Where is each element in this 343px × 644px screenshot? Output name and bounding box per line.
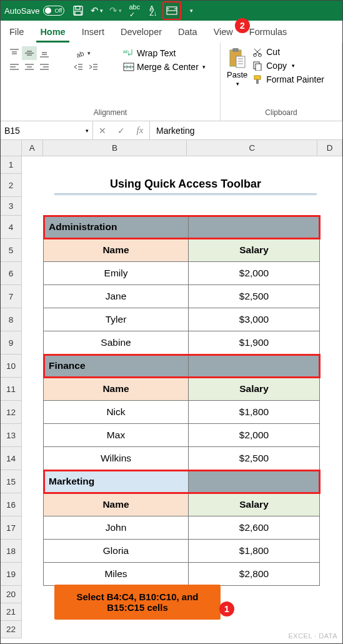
- cell[interactable]: $3,000: [189, 308, 320, 331]
- cell[interactable]: $2,000: [189, 262, 320, 285]
- increase-indent-icon[interactable]: [86, 60, 101, 74]
- row-header[interactable]: 7: [1, 285, 22, 308]
- format-painter-button[interactable]: Format Painter: [251, 74, 326, 85]
- row-header[interactable]: 16: [1, 493, 22, 516]
- cell[interactable]: Gloria: [44, 540, 189, 563]
- fx-icon[interactable]: fx: [131, 125, 149, 136]
- select-all-corner[interactable]: [1, 140, 22, 156]
- col-header-c[interactable]: C: [187, 140, 317, 156]
- cell[interactable]: [189, 470, 320, 493]
- row-header[interactable]: 2: [1, 174, 22, 197]
- cell[interactable]: $1,800: [189, 540, 320, 563]
- merge-across-icon[interactable]: [163, 2, 181, 19]
- col-header-a[interactable]: A: [22, 140, 43, 156]
- row-header[interactable]: 18: [1, 540, 22, 563]
- cell[interactable]: $2,600: [189, 516, 320, 540]
- name-box-dropdown-icon[interactable]: ▾: [84, 128, 89, 134]
- redo-icon[interactable]: ↷▾: [107, 2, 124, 19]
- tab-home[interactable]: Home: [36, 24, 69, 43]
- paste-button[interactable]: Paste▾: [226, 46, 249, 88]
- tab-formulas[interactable]: Formulas: [246, 24, 291, 43]
- cell[interactable]: [189, 216, 320, 239]
- row-header[interactable]: 22: [1, 621, 22, 638]
- cell[interactable]: $2,500: [189, 285, 320, 308]
- row-header[interactable]: 3: [1, 197, 22, 216]
- sort-icon[interactable]: AZ↓: [144, 2, 162, 19]
- row-header[interactable]: 21: [1, 603, 22, 621]
- row-header[interactable]: 5: [1, 239, 22, 262]
- cell[interactable]: $2,800: [189, 563, 320, 586]
- col-name[interactable]: Name: [44, 378, 189, 401]
- row-header[interactable]: 20: [1, 586, 22, 603]
- col-name[interactable]: Name: [44, 493, 189, 516]
- cell[interactable]: Emily: [44, 262, 189, 285]
- align-left-icon[interactable]: [7, 60, 22, 74]
- decrease-indent-icon[interactable]: [71, 60, 86, 74]
- align-center-icon[interactable]: [22, 60, 37, 74]
- section-header[interactable]: Administration: [44, 216, 189, 239]
- align-middle-icon[interactable]: [22, 46, 37, 60]
- cell[interactable]: Miles: [44, 563, 189, 586]
- row-header[interactable]: 17: [1, 516, 22, 540]
- align-top-icon[interactable]: [7, 46, 22, 60]
- row-header[interactable]: 9: [1, 331, 22, 355]
- col-salary[interactable]: Salary: [189, 239, 320, 262]
- wrap-text-button[interactable]: ab Wrap Text: [119, 46, 209, 60]
- section-header[interactable]: Finance: [44, 355, 189, 378]
- ribbon-tabs: File Home Insert Developer Data View For…: [1, 21, 342, 43]
- callout-badge-1: 1: [219, 601, 234, 616]
- autosave-toggle[interactable]: AutoSave Off: [4, 6, 64, 16]
- cell[interactable]: [189, 355, 320, 378]
- cell-area[interactable]: Using Quick Access Toolbar Administratio…: [22, 156, 342, 644]
- tab-data[interactable]: Data: [174, 24, 201, 43]
- wrap-text-label: Wrap Text: [137, 48, 176, 58]
- row-header[interactable]: 8: [1, 308, 22, 331]
- col-salary[interactable]: Salary: [189, 378, 320, 401]
- align-bottom-icon[interactable]: [37, 46, 52, 60]
- tab-view[interactable]: View: [210, 24, 237, 43]
- cell[interactable]: Tyler: [44, 308, 189, 331]
- cell[interactable]: Jane: [44, 285, 189, 308]
- accept-formula-icon[interactable]: ✓: [112, 126, 131, 136]
- cancel-formula-icon[interactable]: ✕: [93, 126, 112, 136]
- formula-value[interactable]: Marketing: [150, 126, 201, 136]
- cell[interactable]: Nick: [44, 401, 189, 424]
- align-right-icon[interactable]: [37, 60, 52, 74]
- cell[interactable]: $2,500: [189, 447, 320, 470]
- row-header[interactable]: 15: [1, 470, 22, 493]
- row-header[interactable]: 6: [1, 262, 22, 285]
- spellcheck-icon[interactable]: abc✓: [126, 2, 143, 19]
- row-header[interactable]: 12: [1, 401, 22, 424]
- cell[interactable]: $1,900: [189, 331, 320, 355]
- section-header[interactable]: Marketing: [44, 470, 189, 493]
- row-header[interactable]: 11: [1, 378, 22, 401]
- cell[interactable]: Sabine: [44, 331, 189, 355]
- cell[interactable]: $2,000: [189, 424, 320, 447]
- name-box[interactable]: B15 ▾: [1, 121, 93, 139]
- row-header[interactable]: 4: [1, 216, 22, 239]
- row-header[interactable]: 1: [1, 156, 22, 174]
- orientation-icon[interactable]: ab▾: [71, 46, 96, 60]
- col-name[interactable]: Name: [44, 239, 189, 262]
- tab-insert[interactable]: Insert: [78, 24, 108, 43]
- tab-file[interactable]: File: [6, 24, 27, 43]
- cell[interactable]: John: [44, 516, 189, 540]
- row-header[interactable]: 14: [1, 447, 22, 470]
- save-icon[interactable]: [69, 2, 87, 19]
- row-header[interactable]: 13: [1, 424, 22, 447]
- qat-customize-icon[interactable]: ▾: [182, 2, 199, 19]
- copy-button[interactable]: Copy▾: [251, 60, 326, 71]
- tab-developer[interactable]: Developer: [117, 24, 166, 43]
- col-salary[interactable]: Salary: [189, 493, 320, 516]
- cell[interactable]: $1,800: [189, 401, 320, 424]
- col-header-b[interactable]: B: [43, 140, 187, 156]
- toggle-switch[interactable]: Off: [43, 6, 64, 16]
- col-header-d[interactable]: D: [317, 140, 342, 156]
- cell[interactable]: Max: [44, 424, 189, 447]
- row-header[interactable]: 10: [1, 355, 22, 378]
- cut-button[interactable]: Cut: [251, 46, 326, 58]
- merge-center-button[interactable]: Merge & Center▾: [119, 60, 209, 74]
- undo-icon[interactable]: ↶▾: [88, 2, 106, 19]
- cell[interactable]: Wilkins: [44, 447, 189, 470]
- row-header[interactable]: 19: [1, 563, 22, 586]
